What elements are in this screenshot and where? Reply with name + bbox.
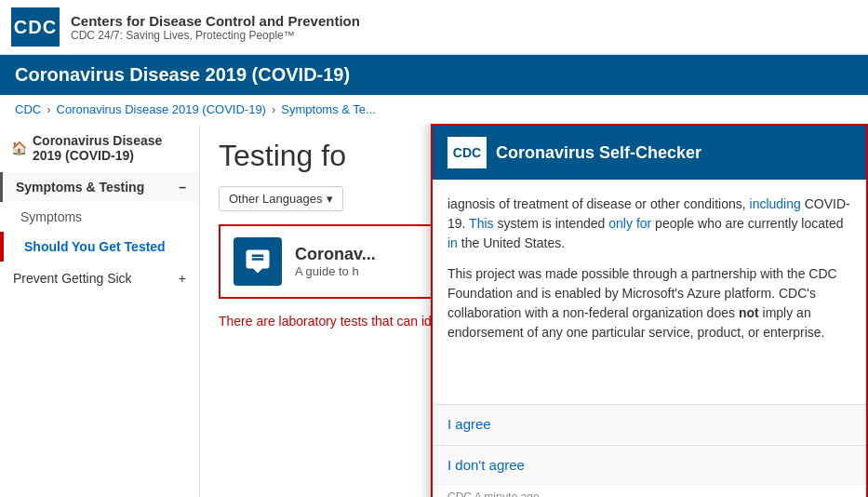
collapse-icon: – — [179, 180, 186, 195]
sidebar-nav-header[interactable]: Symptoms & Testing – — [0, 172, 199, 202]
chat-bubble-icon — [244, 248, 272, 275]
overlay-header: CDC Coronavirus Self-Checker — [433, 126, 866, 180]
expand-icon: + — [179, 271, 186, 286]
org-name: Centers for Disease Control and Preventi… — [71, 13, 360, 29]
page-banner: Coronavirus Disease 2019 (COVID-19) — [0, 55, 868, 95]
overlay-cdc-text: CDC — [453, 145, 481, 160]
disagree-label: I don't agree — [447, 457, 525, 473]
sidebar-nav-header-label: Symptoms & Testing — [16, 180, 144, 195]
breadcrumb-symptoms[interactable]: Symptoms & Te... — [281, 102, 376, 116]
overlay-cdc-logo: CDC — [447, 137, 487, 168]
sidebar-section-title: 🏠 Coronavirus Disease 2019 (COVID-19) — [0, 124, 199, 172]
main-layout: 🏠 Coronavirus Disease 2019 (COVID-19) Sy… — [0, 124, 868, 497]
overlay-panel: CDC Coronavirus Self-Checker iagnosis of… — [431, 124, 868, 497]
main-content: Testing fo Other Languages ▾ Coronav... … — [200, 124, 868, 497]
cdc-logo-box: CDC — [11, 7, 60, 47]
site-header: CDC Centers for Disease Control and Prev… — [0, 0, 868, 55]
other-languages-label: Other Languages — [229, 192, 322, 206]
sidebar-item-symptoms[interactable]: Symptoms — [0, 202, 199, 232]
breadcrumb-covid[interactable]: Coronavirus Disease 2019 (COVID-19) — [57, 102, 266, 116]
breadcrumb-cdc[interactable]: CDC — [15, 102, 41, 116]
page-heading-text: Testing fo — [219, 139, 346, 172]
overlay-body: iagnosis of treatment of disease or othe… — [433, 180, 866, 404]
sidebar-item-symptoms-label: Symptoms — [20, 209, 82, 224]
disagree-button[interactable]: I don't agree — [433, 445, 866, 484]
overlay-footer-text: CDC A minute ago — [447, 490, 540, 497]
sidebar: 🏠 Coronavirus Disease 2019 (COVID-19) Sy… — [0, 124, 200, 497]
breadcrumb: CDC › Coronavirus Disease 2019 (COVID-19… — [0, 95, 868, 124]
sidebar-section-label: Coronavirus Disease 2019 (COVID-19) — [33, 133, 188, 163]
chatbox-card-text: Coronav... A guide to h — [295, 245, 376, 278]
banner-title: Coronavirus Disease 2019 (COVID-19) — [15, 64, 350, 85]
chat-icon-box — [234, 237, 282, 286]
sidebar-item-should-you-get-tested[interactable]: Should You Get Tested — [0, 232, 199, 262]
dropdown-icon: ▾ — [327, 192, 333, 206]
home-icon: 🏠 — [11, 141, 27, 155]
chatbox-title: Coronav... — [295, 245, 376, 264]
sidebar-item-prevent[interactable]: Prevent Getting Sick + — [0, 262, 199, 295]
chatbox-subtitle: A guide to h — [295, 264, 376, 278]
cdc-logo-text: CDC — [14, 17, 57, 38]
overlay-text-1: iagnosis of treatment of disease or othe… — [447, 195, 851, 253]
overlay-title: Coronavirus Self-Checker — [496, 143, 701, 163]
agree-label: I agree — [447, 416, 491, 432]
other-languages-button[interactable]: Other Languages ▾ — [219, 186, 343, 211]
sidebar-item-prevent-label: Prevent Getting Sick — [13, 271, 132, 286]
overlay-text-1-content: iagnosis of treatment of disease or othe… — [447, 196, 850, 250]
sidebar-item-active-label: Should You Get Tested — [24, 239, 166, 254]
cdc-logo: CDC — [11, 7, 60, 47]
overlay-text-2: This project was made possible through a… — [447, 264, 851, 343]
agree-button[interactable]: I agree — [433, 404, 866, 443]
header-text: Centers for Disease Control and Preventi… — [71, 13, 360, 42]
overlay-footer: CDC A minute ago — [433, 484, 866, 497]
tagline: CDC 24/7: Saving Lives, Protecting Peopl… — [71, 29, 360, 42]
